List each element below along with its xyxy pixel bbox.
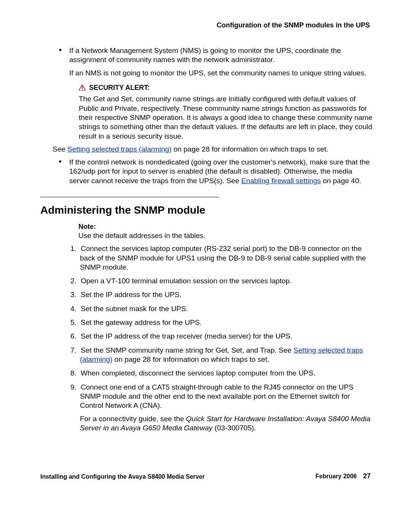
step-text: Connect the services laptop computer (RS… <box>80 244 366 271</box>
section-divider <box>40 197 219 197</box>
step-item: Set the gateway address for the UPS. <box>78 318 373 327</box>
section-heading: Administering the SNMP module <box>40 203 373 217</box>
document-page: Configuration of the SNMP modules in the… <box>0 0 411 495</box>
step-subparagraph: For a connectivity guide, see the Quick … <box>80 414 373 433</box>
step-text: Set the gateway address for the UPS. <box>80 318 202 326</box>
bullet-list-second: If the control network is nondedicated (… <box>40 158 373 185</box>
svg-rect-2 <box>82 89 83 89</box>
step7-post: on page 28 for information on which trap… <box>113 355 269 363</box>
note-label: Note: <box>78 222 373 231</box>
step-item: Open a VT-100 terminal emulation session… <box>78 276 373 286</box>
bullet-subparagraph: If an NMS is not going to monitor the UP… <box>69 69 373 78</box>
step-text: Connect one end of a CAT5 straight-throu… <box>80 383 354 410</box>
step9-sub-post: (03-300705). <box>213 424 256 432</box>
page-header-title: Configuration of the SNMP modules in the… <box>40 21 370 29</box>
step-text: Open a VT-100 terminal emulation session… <box>80 277 292 285</box>
step-text: Set the SNMP community name string for G… <box>80 346 363 363</box>
security-alert-block: SECURITY ALERT: The Get and Set, communi… <box>79 83 373 141</box>
main-content: If a Network Management System (NMS) is … <box>40 46 373 433</box>
footer-doc-title: Installing and Configuring the Avaya S84… <box>40 473 205 480</box>
link-setting-traps[interactable]: Setting selected traps (alarming) <box>67 145 172 153</box>
footer-right: February 2006 27 <box>315 472 371 480</box>
ordered-steps: Connect the services laptop computer (RS… <box>40 244 373 433</box>
see-line: See Setting selected traps (alarming) on… <box>53 145 373 154</box>
link-firewall-settings[interactable]: Enabling firewall settings <box>241 177 321 185</box>
step-item: Set the IP address for the UPS. <box>78 290 373 299</box>
see-pre: See <box>53 145 67 153</box>
step-text: When completed, disconnect the services … <box>80 369 315 377</box>
step-item: When completed, disconnect the services … <box>78 369 373 378</box>
step-text: Set the IP address of the trap receiver … <box>80 332 292 340</box>
step-item: Set the subnet mask for the UPS. <box>78 304 373 313</box>
footer-date: February 2006 <box>315 473 357 479</box>
alert-label: SECURITY ALERT: <box>89 84 150 91</box>
alert-heading-row: SECURITY ALERT: <box>79 83 373 93</box>
bullet-text-post: on page 40. <box>321 177 361 185</box>
list-item: If the control network is nondedicated (… <box>69 158 373 185</box>
step-item: Set the IP address of the trap receiver … <box>78 332 373 341</box>
step-item: Set the SNMP community name string for G… <box>78 346 373 364</box>
list-item: If a Network Management System (NMS) is … <box>69 46 373 141</box>
step-text: Set the subnet mask for the UPS. <box>80 305 188 313</box>
bullet-text: If a Network Management System (NMS) is … <box>69 46 341 64</box>
bullet-list-top: If a Network Management System (NMS) is … <box>40 46 373 141</box>
page-footer: Installing and Configuring the Avaya S84… <box>40 473 373 480</box>
see-post: on page 28 for information on which trap… <box>172 145 328 153</box>
step-item: Connect one end of a CAT5 straight-throu… <box>78 383 373 433</box>
alert-body: The Get and Set, community name strings … <box>79 94 373 141</box>
step-text: Set the IP address for the UPS. <box>80 291 182 299</box>
svg-rect-1 <box>82 86 83 88</box>
step7-pre: Set the SNMP community name string for G… <box>81 346 293 354</box>
warning-icon <box>79 84 86 93</box>
note-body: Use the default addresses in the tables. <box>78 231 373 240</box>
step9-sub-pre: For a connectivity guide, see the <box>80 415 186 423</box>
footer-page-number: 27 <box>363 472 371 480</box>
step-item: Connect the services laptop computer (RS… <box>78 244 373 272</box>
